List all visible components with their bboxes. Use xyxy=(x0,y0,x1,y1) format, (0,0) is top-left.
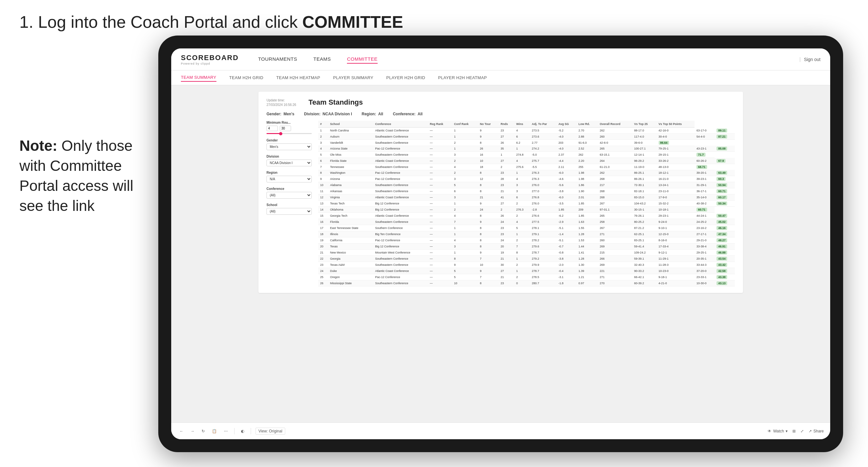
table-cell: 29-21-0 xyxy=(694,237,715,243)
table-cell: 44-24-1 xyxy=(694,213,715,219)
min-rounds-input2[interactable] xyxy=(280,126,291,131)
table-cell: 8 xyxy=(478,170,498,176)
table-cell: 4 xyxy=(514,219,530,225)
sidebar-school-label: School xyxy=(267,203,312,207)
table-cell: Oklahoma xyxy=(328,207,373,213)
col-school: School xyxy=(328,121,373,128)
table-cell: 60.3 xyxy=(715,176,735,182)
table-cell: 2 xyxy=(499,164,514,170)
toolbar-undo[interactable]: ← xyxy=(178,428,185,435)
table-cell: 67.9 xyxy=(715,158,735,164)
nav-committee[interactable]: COMMITTEE xyxy=(347,55,378,64)
toolbar-sep2 xyxy=(251,428,251,434)
score-badge: 50.94 xyxy=(716,183,727,187)
table-cell: 10 xyxy=(478,158,498,164)
sub-nav-player-summary[interactable]: PLAYER SUMMARY xyxy=(333,74,373,82)
sidebar-school-group: School (All) xyxy=(267,203,312,215)
table-cell: 68.71 xyxy=(694,164,715,170)
table-cell: 35 xyxy=(499,146,514,152)
table-cell: 9-24-0 xyxy=(657,219,695,225)
table-cell: 276.3 xyxy=(530,170,556,176)
toolbar-more[interactable]: ⋯ xyxy=(222,428,230,435)
table-cell: 83-25.1 xyxy=(632,237,656,243)
min-rounds-input1[interactable] xyxy=(267,126,278,131)
toolbar-view-button[interactable]: View: Original xyxy=(255,428,285,435)
table-cell: 2 xyxy=(452,207,478,213)
sub-nav-team-summary[interactable]: TEAM SUMMARY xyxy=(181,74,216,82)
share-button[interactable]: ↗ Share xyxy=(809,429,824,433)
rounds-slider[interactable] xyxy=(267,133,312,134)
table-cell: 1 xyxy=(452,128,478,134)
tablet-screen: SCOREBOARD Powered by clippd TOURNAMENTS… xyxy=(171,49,830,439)
table-cell: 30-15-1 xyxy=(632,207,656,213)
table-cell: 1 xyxy=(514,231,530,237)
table-cell: -0.8 xyxy=(557,249,577,255)
table-cell: 40-38-2 xyxy=(694,200,715,207)
filter-row: Gender: Men's Division: NCAA Division I … xyxy=(267,112,735,116)
table-row: 16FloridaSoutheastern Conference—7924427… xyxy=(318,219,735,225)
table-cell: — xyxy=(428,188,452,194)
table-cell: 5 xyxy=(514,225,530,231)
sub-nav-player-h2h-heatmap[interactable]: PLAYER H2H HEATMAP xyxy=(438,74,487,82)
table-cell: 20 xyxy=(499,243,514,249)
toolbar-refresh[interactable]: ↻ xyxy=(199,428,207,435)
table-cell: 27 xyxy=(499,268,514,274)
sidebar-division-select[interactable]: NCAA Division I xyxy=(267,160,312,166)
table-cell: -6.2 xyxy=(557,213,577,219)
table-cell: 271 xyxy=(598,274,632,280)
toolbar-redo[interactable]: → xyxy=(189,428,196,435)
table-cell: Alabama xyxy=(328,182,373,188)
table-cell: 37-20-0 xyxy=(694,268,715,274)
table-cell: 7 xyxy=(452,219,478,225)
table-cell: 19 xyxy=(499,249,514,255)
score-badge: 67.9 xyxy=(716,159,725,163)
sidebar-region-select[interactable]: N/A xyxy=(267,176,312,183)
table-cell: 20-35-1 xyxy=(694,255,715,261)
sub-nav-team-h2h-grid[interactable]: TEAM H2H GRID xyxy=(229,74,264,82)
table-cell: 2.01 xyxy=(577,194,598,200)
slider-thumb[interactable] xyxy=(279,132,282,135)
table-cell: -1.8 xyxy=(557,280,577,286)
min-rounds-range xyxy=(267,126,312,131)
table-cell: — xyxy=(428,146,452,152)
table-cell: 266 xyxy=(598,255,632,261)
table-cell: 4 xyxy=(452,164,478,170)
col-wins: Wins xyxy=(514,121,530,128)
table-cell: 4 xyxy=(514,176,530,182)
update-time-value: 27/03/2024 16:56:26 xyxy=(267,103,299,107)
table-cell: 21 xyxy=(499,274,514,280)
sidebar-conference-select[interactable]: (All) xyxy=(267,192,312,198)
table-cell: Southeastern Conference xyxy=(373,182,428,188)
table-cell: — xyxy=(428,194,452,200)
nav-tournaments[interactable]: TOURNAMENTS xyxy=(258,55,297,64)
table-cell: 50.47 xyxy=(715,213,735,219)
standings-table: # School Conference Reg Rank Conf Rank N… xyxy=(318,121,735,286)
table-cell: 63-15.1 xyxy=(598,152,632,158)
update-time-label: Update time: xyxy=(267,98,299,103)
table-cell: Pac-12 Conference xyxy=(373,274,428,280)
slider-fill xyxy=(267,133,280,134)
sub-nav-player-h2h-grid[interactable]: PLAYER H2H GRID xyxy=(386,74,426,82)
table-cell: 262 xyxy=(598,128,632,134)
sign-out-button[interactable]: Sign out xyxy=(804,57,820,62)
toolbar-clock[interactable]: ◐ xyxy=(239,428,246,435)
sub-nav-team-h2h-heatmap[interactable]: TEAM H2H HEATMAP xyxy=(276,74,320,82)
sidebar-gender-select[interactable]: Men's xyxy=(267,144,312,150)
table-cell: 2.77 xyxy=(530,139,556,146)
table-cell: 2 xyxy=(499,207,514,213)
table-cell: 7 xyxy=(478,255,498,261)
table-cell: 88-17.0 xyxy=(632,128,656,134)
table-cell: 91-6.0 xyxy=(577,139,598,146)
watch-button[interactable]: 👁 Watch ▾ xyxy=(768,429,787,433)
table-cell: Arkansas xyxy=(328,188,373,194)
panel-header: Update time: 27/03/2024 16:56:26 Team St… xyxy=(267,98,735,107)
toolbar-copy[interactable]: 📋 xyxy=(210,428,219,435)
sidebar-school-select[interactable]: (All) xyxy=(267,208,312,215)
table-cell: 1.53 xyxy=(577,237,598,243)
table-row: 25OregonPac-12 Conference—57212278.5-3.1… xyxy=(318,274,735,280)
table-cell: 10-23-0 xyxy=(657,268,695,274)
col-rank: # xyxy=(318,121,328,128)
nav-teams[interactable]: TEAMS xyxy=(313,55,331,64)
table-cell: 1.44 xyxy=(577,243,598,249)
table-cell: 1.21 xyxy=(577,274,598,280)
